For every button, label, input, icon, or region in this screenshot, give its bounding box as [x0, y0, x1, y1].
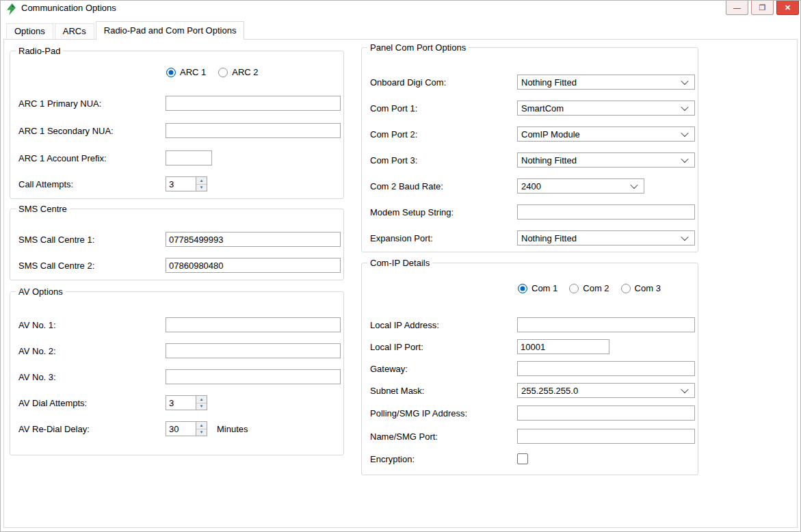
onboard-digi-com-value: Nothing Fitted: [521, 77, 577, 88]
modem-setup-string-input[interactable]: [517, 204, 695, 220]
av-redial-delay-input[interactable]: [166, 421, 196, 436]
spin-up-icon[interactable]: ▲: [196, 177, 207, 185]
field-row: SMS Call Centre 2:: [18, 258, 341, 273]
minimize-button[interactable]: —: [726, 1, 748, 15]
av-no-3-label: AV No. 3:: [18, 372, 166, 382]
maximize-button[interactable]: ❐: [751, 1, 774, 15]
arc-radio-row: ARC 1 ARC 2: [166, 67, 259, 77]
radio-unselected-icon: [569, 284, 579, 293]
local-ip-address-input[interactable]: [517, 317, 695, 332]
com-port-2-value: ComIP Module: [521, 129, 580, 139]
onboard-digi-com-select[interactable]: Nothing Fitted: [517, 75, 695, 90]
arc1-radio[interactable]: ARC 1: [166, 67, 206, 77]
communication-options-window: Communication Options — ❐ ✕ Options ARCs…: [0, 0, 801, 532]
close-icon: ✕: [785, 3, 791, 12]
polling-smg-ip-input[interactable]: [517, 405, 695, 421]
call-attempts-spinner[interactable]: ▲ ▼: [166, 176, 207, 191]
av-redial-delay-label: AV Re-Dial Delay:: [18, 424, 166, 434]
group-panel-com-port-title: Panel Com Port Options: [367, 42, 469, 53]
chevron-down-icon: [682, 388, 688, 394]
tab-options[interactable]: Options: [6, 23, 53, 39]
encryption-checkbox[interactable]: [517, 453, 528, 464]
field-row: Polling/SMG IP Address:: [370, 405, 695, 421]
local-ip-port-input[interactable]: [517, 339, 609, 354]
arc2-radio[interactable]: ARC 2: [218, 67, 258, 77]
arc1-account-prefix-label: ARC 1 Account Prefix:: [18, 153, 166, 163]
chevron-down-icon: [682, 235, 688, 241]
spin-down-icon[interactable]: ▼: [196, 403, 207, 410]
field-row: Com Port 2: ComIP Module: [370, 127, 695, 142]
field-row: AV Re-Dial Delay: ▲ ▼ Minutes: [18, 421, 341, 436]
com-port-1-select[interactable]: SmartCom: [517, 101, 695, 116]
radio-selected-icon: [518, 284, 527, 293]
sms-call-centre-1-input[interactable]: [166, 232, 341, 247]
field-row: Com Port 3: Nothing Fitted: [370, 152, 695, 168]
subnet-mask-label: Subnet Mask:: [370, 386, 517, 396]
close-button[interactable]: ✕: [776, 1, 799, 15]
app-icon: [5, 3, 17, 15]
av-dial-attempts-spinner[interactable]: ▲ ▼: [166, 395, 207, 410]
field-row: Local IP Port:: [370, 339, 695, 354]
call-attempts-input[interactable]: [166, 176, 196, 191]
tab-radio-pad-com-port[interactable]: Radio-Pad and Com Port Options: [96, 21, 245, 40]
sms-call-centre-2-input[interactable]: [166, 258, 341, 273]
com-port-1-label: Com Port 1:: [370, 103, 517, 114]
spin-up-icon[interactable]: ▲: [196, 396, 207, 403]
com-port-2-label: Com Port 2:: [370, 129, 517, 139]
av-dial-attempts-input[interactable]: [166, 395, 196, 410]
local-ip-port-label: Local IP Port:: [370, 342, 517, 352]
field-row: ARC 1 Secondary NUA:: [18, 123, 341, 138]
com3-radio-label: Com 3: [635, 283, 661, 293]
spinner-buttons: ▲ ▼: [196, 176, 207, 191]
av-dial-attempts-label: AV Dial Attempts:: [18, 398, 166, 408]
com-2-baud-rate-select[interactable]: 2400: [517, 178, 644, 194]
subnet-mask-select[interactable]: 255.255.255.0: [517, 383, 695, 398]
av-no-2-label: AV No. 2:: [18, 346, 166, 356]
av-redial-delay-spinner[interactable]: ▲ ▼: [166, 421, 207, 436]
av-no-2-input[interactable]: [166, 343, 341, 358]
name-smg-port-input[interactable]: [517, 429, 695, 444]
sms-call-centre-1-label: SMS Call Centre 1:: [18, 235, 166, 245]
group-radio-pad: Radio-Pad ARC 1 ARC 2 ARC 1 Primary NUA:…: [10, 46, 344, 199]
com2-radio[interactable]: Com 2: [569, 283, 609, 293]
spin-down-icon[interactable]: ▼: [196, 185, 207, 191]
minutes-label: Minutes: [217, 424, 248, 434]
field-row: Modem Setup String:: [370, 204, 695, 220]
arc1-secondary-nua-input[interactable]: [166, 123, 341, 138]
com1-radio[interactable]: Com 1: [518, 283, 557, 293]
com-port-3-select[interactable]: Nothing Fitted: [517, 152, 695, 168]
arc1-primary-nua-input[interactable]: [166, 96, 341, 111]
field-row: Expansion Port: Nothing Fitted: [370, 230, 695, 245]
com-port-2-select[interactable]: ComIP Module: [517, 127, 695, 142]
field-row: ARC 1 Account Prefix:: [18, 150, 341, 165]
expansion-port-select[interactable]: Nothing Fitted: [517, 230, 695, 245]
com-radio-row: Com 1 Com 2 Com 3: [518, 283, 661, 293]
field-row: Gateway:: [370, 361, 695, 376]
field-row: Com 2 Baud Rate: 2400: [370, 178, 695, 194]
com-port-3-label: Com Port 3:: [370, 155, 517, 165]
titlebar: Communication Options — ❐ ✕: [1, 1, 800, 20]
com-2-baud-rate-value: 2400: [521, 181, 541, 191]
arc1-radio-label: ARC 1: [180, 67, 206, 77]
group-com-ip-details-title: Com-IP Details: [367, 258, 432, 268]
com-port-1-value: SmartCom: [521, 103, 564, 114]
expansion-port-value: Nothing Fitted: [521, 233, 577, 243]
tab-arcs[interactable]: ARCs: [55, 23, 94, 39]
name-smg-port-label: Name/SMG Port:: [370, 431, 517, 442]
field-row: AV No. 2:: [18, 343, 341, 358]
av-no-1-input[interactable]: [166, 317, 341, 332]
av-no-1-label: AV No. 1:: [18, 320, 166, 330]
chevron-down-icon: [631, 183, 638, 189]
com3-radio[interactable]: Com 3: [621, 283, 661, 293]
field-row: Name/SMG Port:: [370, 429, 695, 444]
chevron-down-icon: [682, 79, 688, 85]
spin-up-icon[interactable]: ▲: [196, 422, 207, 429]
arc1-account-prefix-input[interactable]: [166, 150, 212, 165]
gateway-label: Gateway:: [370, 364, 517, 374]
field-row: Local IP Address:: [370, 317, 695, 332]
av-no-3-input[interactable]: [166, 369, 341, 384]
gateway-input[interactable]: [517, 361, 695, 376]
maximize-icon: ❐: [759, 3, 766, 12]
field-row: AV No. 1:: [18, 317, 341, 332]
spin-down-icon[interactable]: ▼: [196, 429, 207, 436]
